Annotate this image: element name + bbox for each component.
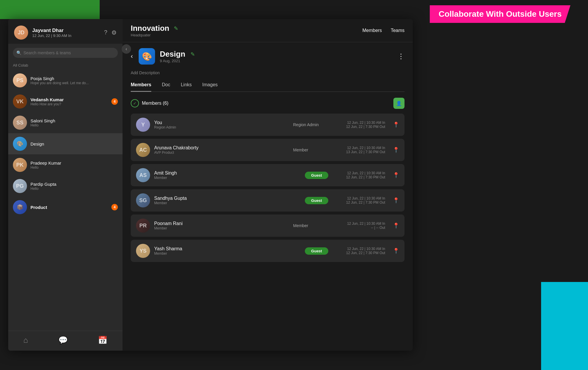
avatar-amit: AS bbox=[136, 168, 150, 182]
inner-tab-doc[interactable]: Doc bbox=[162, 82, 170, 92]
contact-name-product: Product bbox=[30, 205, 108, 210]
contact-item-pardip[interactable]: PG Pardip Gupta Hello bbox=[8, 175, 123, 197]
member-name-area-sandhya: Sandhya Gupta Member bbox=[154, 196, 301, 205]
contact-item-vedansh[interactable]: VK Vedansh Kumar Hello How are you? 4 bbox=[8, 91, 123, 112]
contact-info-design: Design bbox=[30, 141, 118, 146]
contact-item-pooja[interactable]: PS Pooja Singh Hope you are doing well. … bbox=[8, 70, 123, 91]
search-icon: 🔍 bbox=[16, 50, 21, 55]
member-name-poonam: Poonam Rani bbox=[154, 221, 289, 226]
back-button[interactable]: ‹ bbox=[131, 53, 133, 60]
member-sub-you: Region Admin bbox=[154, 125, 289, 129]
member-sub-sandhya: Member bbox=[154, 201, 301, 205]
avatar-vedansh: VK bbox=[13, 94, 27, 109]
contact-item-pradeep[interactable]: PK Pradeep Kumar Hello bbox=[8, 154, 123, 175]
add-member-icon: 👤 bbox=[396, 101, 402, 106]
avatar-pradeep: PK bbox=[13, 158, 27, 172]
member-row-poonam: PR Poonam Rani Member Member 12 Jun, 22 … bbox=[131, 214, 405, 237]
member-row-sandhya: SG Sandhya Gupta Member Guest 12 Jun, 22… bbox=[131, 189, 405, 212]
contact-info-saloni: Saloni Singh Hello bbox=[30, 118, 118, 127]
team-icon: 🎨 bbox=[139, 48, 155, 65]
workspace-edit-icon[interactable]: ✎ bbox=[174, 25, 178, 32]
location-icon-yash[interactable]: 📍 bbox=[393, 248, 399, 254]
user-name: Jayvant Dhar bbox=[32, 28, 100, 33]
avatar-arunava: AC bbox=[136, 143, 150, 157]
workspace-title: Innovation bbox=[131, 24, 169, 33]
contact-name-pradeep: Pradeep Kumar bbox=[30, 160, 118, 165]
location-icon-amit[interactable]: 📍 bbox=[393, 172, 399, 178]
help-icon[interactable]: ? bbox=[104, 29, 107, 36]
location-icon-sandhya[interactable]: 📍 bbox=[393, 197, 399, 204]
contact-info-product: Product bbox=[30, 205, 108, 210]
contact-item-saloni[interactable]: SS Saloni Singh Hello bbox=[8, 112, 123, 133]
member-row-arunava: AC Arunava Chakraborty AVP Product Membe… bbox=[131, 139, 405, 161]
banner-text: Collaborate With Outside Users bbox=[439, 9, 562, 18]
avatar-yash: YS bbox=[136, 244, 150, 258]
avatar-sandhya: SG bbox=[136, 193, 150, 207]
user-status: 12 Jun, 22 | 9:30 AM In bbox=[32, 33, 100, 38]
member-role-poonam: Member bbox=[293, 223, 328, 228]
guest-badge-yash: Guest bbox=[305, 247, 328, 255]
collapse-button[interactable]: ‹ bbox=[122, 44, 131, 54]
inner-tab-images[interactable]: Images bbox=[202, 82, 217, 92]
guest-badge-sandhya: Guest bbox=[305, 197, 328, 204]
contact-preview-pradeep: Hello bbox=[30, 165, 118, 170]
member-name-area-amit: Amit Singh Member bbox=[154, 170, 301, 180]
avatar-poonam: PR bbox=[136, 219, 150, 233]
contact-item-design[interactable]: 🎨 Design bbox=[8, 133, 123, 154]
contact-name-pooja: Pooja Singh bbox=[30, 76, 118, 81]
settings-icon[interactable]: ⚙ bbox=[111, 29, 117, 36]
time-info-sandhya: 12 Jun, 22 | 10:30 AM In 12 Jun, 22 | 7:… bbox=[332, 196, 385, 205]
contact-item-product[interactable]: 📦 Product 4 bbox=[8, 197, 123, 218]
team-edit-icon[interactable]: ✎ bbox=[191, 51, 195, 58]
add-member-button[interactable]: 👤 bbox=[393, 98, 405, 109]
nav-calendar-icon[interactable]: 📅 bbox=[98, 336, 107, 345]
bg-cyan-bar bbox=[541, 282, 588, 370]
location-icon-poonam[interactable]: 📍 bbox=[393, 222, 399, 229]
avatar-you: Y bbox=[136, 118, 150, 132]
collapse-icon: ‹ bbox=[125, 46, 127, 52]
inner-tab-links[interactable]: Links bbox=[181, 82, 192, 92]
contact-preview-pooja: Hope you are doing well. Let me do... bbox=[30, 81, 118, 85]
more-options-button[interactable]: ⋮ bbox=[397, 52, 405, 60]
member-row-yash: YS Yash Sharma Member Guest 12 Jun, 22 |… bbox=[131, 240, 405, 262]
workspace-info: Innovation ✎ Headquater bbox=[131, 24, 348, 37]
search-input[interactable] bbox=[13, 48, 118, 58]
time-info-you: 12 Jun, 22 | 10:30 AM In 12 Jun, 22 | 7:… bbox=[332, 121, 385, 129]
member-name-area-yash: Yash Sharma Member bbox=[154, 246, 301, 256]
member-sub-poonam: Member bbox=[154, 226, 289, 230]
contact-list: PS Pooja Singh Hope you are doing well. … bbox=[8, 70, 123, 331]
member-name-yash: Yash Sharma bbox=[154, 246, 301, 251]
avatar-product: 📦 bbox=[13, 200, 27, 214]
app-container: JD Jayvant Dhar 12 Jun, 22 | 9:30 AM In … bbox=[8, 19, 413, 351]
search-wrapper: 🔍 bbox=[13, 48, 118, 58]
member-name-sandhya: Sandhya Gupta bbox=[154, 196, 301, 201]
badge-vedansh: 4 bbox=[111, 98, 118, 105]
avatar-pooja: PS bbox=[13, 73, 27, 87]
location-icon-you[interactable]: 📍 bbox=[393, 121, 399, 128]
nav-home-icon[interactable]: ⌂ bbox=[23, 336, 28, 345]
main-content: Innovation ✎ Headquater Members Teams ‹ … bbox=[123, 19, 413, 351]
tab-teams[interactable]: Teams bbox=[391, 27, 405, 34]
nav-chat-icon[interactable]: 💬 bbox=[58, 336, 68, 345]
badge-product: 4 bbox=[111, 204, 118, 210]
time-info-yash: 12 Jun, 22 | 10:30 AM In 12 Jun, 22 | 7:… bbox=[332, 247, 385, 255]
avatar-design-team: 🎨 bbox=[13, 137, 27, 151]
contact-preview-saloni: Hello bbox=[30, 123, 118, 127]
add-description[interactable]: Add Description bbox=[131, 70, 405, 75]
user-info: Jayvant Dhar 12 Jun, 22 | 9:30 AM In bbox=[32, 28, 100, 38]
header-icons: ? ⚙ bbox=[104, 29, 117, 36]
tab-members[interactable]: Members bbox=[362, 27, 382, 34]
banner: Collaborate With Outside Users bbox=[430, 5, 570, 23]
avatar-saloni: SS bbox=[13, 116, 27, 130]
member-name-area-poonam: Poonam Rani Member bbox=[154, 221, 289, 230]
bottom-nav: ⌂ 💬 📅 bbox=[8, 331, 123, 351]
team-header: ‹ 🎨 Design ✎ 9 Aug, 2021 ⋮ bbox=[131, 48, 405, 65]
location-icon-arunava[interactable]: 📍 bbox=[393, 147, 399, 153]
top-bar: Innovation ✎ Headquater Members Teams bbox=[123, 19, 413, 42]
inner-tab-members[interactable]: Members bbox=[131, 82, 151, 92]
user-avatar: JD bbox=[14, 26, 28, 40]
members-count: ✓ Members (6) bbox=[131, 99, 393, 107]
member-name-area-you: You Region Admin bbox=[154, 120, 289, 129]
member-sub-amit: Member bbox=[154, 176, 301, 180]
member-sub-yash: Member bbox=[154, 251, 301, 256]
